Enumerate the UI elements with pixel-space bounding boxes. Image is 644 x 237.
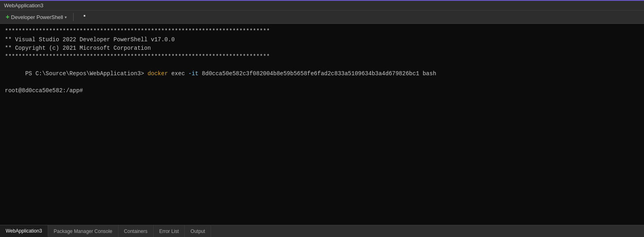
root-prompt-line: root@8d0cca50e582:/app# (5, 87, 639, 95)
exec-cmd: exec (168, 70, 188, 77)
tab-containers[interactable]: Containers (118, 225, 154, 237)
title-bar: WebApplication3 (0, 1, 644, 11)
container-hash: 8d0cca50e582c3f082004b8e59b5658fe6fad2c8… (198, 70, 419, 77)
command-line: PS C:\Source\Repos\WebApplication3> dock… (5, 61, 639, 87)
tab-package-manager-console[interactable]: Package Manager Console (48, 225, 118, 237)
toolbar-separator (73, 13, 74, 21)
stars-line-2: ****************************************… (5, 53, 639, 61)
terminal-body[interactable]: ****************************************… (0, 24, 644, 225)
bottom-tab-bar: WebApplication3 Package Manager Console … (0, 225, 644, 237)
plus-icon: + (6, 13, 9, 21)
new-terminal-button[interactable]: + Developer PowerShell ▾ (3, 13, 69, 21)
tab-webapplication3[interactable]: WebApplication3 (0, 225, 48, 237)
docker-cmd: docker (148, 70, 168, 77)
new-terminal-label: Developer PowerShell (11, 14, 63, 20)
info-line-1: ** Visual Studio 2022 Developer PowerShe… (5, 36, 639, 44)
terminal-window: WebApplication3 + Developer PowerShell ▾ (0, 0, 644, 237)
settings-button[interactable] (105, 12, 116, 22)
tab-output[interactable]: Output (185, 225, 211, 237)
ps-prompt: PS C:\Source\Repos\WebApplication3> (25, 70, 147, 77)
tab-error-list[interactable]: Error List (154, 225, 185, 237)
gear-icon (108, 14, 114, 20)
window-title: WebApplication3 (4, 2, 43, 8)
svg-rect-4 (95, 15, 98, 19)
info-line-2: ** Copyright (c) 2021 Microsoft Corporat… (5, 44, 639, 53)
svg-rect-0 (80, 14, 86, 20)
flag-it: -it (188, 70, 198, 77)
svg-rect-3 (95, 15, 99, 19)
split-icon (80, 14, 87, 20)
chevron-down-icon: ▾ (65, 15, 67, 19)
copy-button[interactable] (91, 12, 103, 22)
copy-icon (94, 14, 100, 20)
bash-cmd: bash (419, 70, 436, 77)
split-terminal-button[interactable] (78, 12, 89, 22)
stars-line-1: ****************************************… (5, 27, 639, 36)
svg-point-5 (110, 16, 112, 18)
toolbar: + Developer PowerShell ▾ (0, 11, 644, 24)
svg-rect-2 (84, 15, 85, 17)
